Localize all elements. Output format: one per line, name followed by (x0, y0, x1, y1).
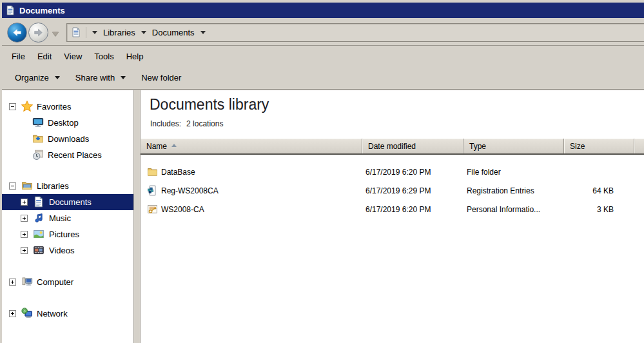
new-folder-button[interactable]: New folder (141, 73, 181, 83)
breadcrumb-dropdown-icon[interactable] (200, 31, 206, 34)
recent-pages-dropdown-icon[interactable] (52, 32, 59, 36)
sidebar-item-favorites[interactable]: Favorites (2, 99, 133, 115)
file-type: File folder (467, 168, 501, 177)
computer-icon (21, 276, 33, 288)
sidebar-item-label: Documents (49, 197, 92, 207)
menu-edit[interactable]: Edit (37, 52, 52, 61)
file-date: 6/17/2019 6:29 PM (366, 186, 431, 195)
menu-view[interactable]: View (64, 52, 82, 61)
sidebar-item-downloads[interactable]: Downloads (2, 131, 133, 147)
menu-help[interactable]: Help (126, 52, 144, 61)
libraries-icon (21, 180, 33, 191)
back-arrow-icon (12, 27, 23, 38)
pane-splitter[interactable] (133, 90, 141, 343)
breadcrumb-documents[interactable]: Documents (152, 28, 195, 37)
includes-label: Includes: (150, 119, 181, 128)
certificate-file-icon (147, 204, 158, 215)
menu-tools[interactable]: Tools (94, 52, 113, 61)
share-with-label: Share with (75, 73, 115, 83)
videos-icon (33, 244, 44, 256)
sidebar-item-label: Libraries (37, 181, 69, 191)
column-label: Size (570, 142, 585, 151)
navigation-bar: Libraries Documents (2, 20, 644, 46)
title-bar[interactable]: Documents (2, 3, 644, 18)
sidebar-item-label: Downloads (48, 134, 89, 144)
expand-icon[interactable] (21, 199, 28, 206)
column-header-name[interactable]: Name (141, 139, 362, 153)
organize-button[interactable]: Organize (15, 73, 60, 83)
back-button[interactable] (7, 23, 27, 43)
window-title: Documents (19, 6, 65, 15)
registry-file-icon (147, 185, 158, 196)
sort-ascending-icon (171, 144, 177, 147)
sidebar-item-label: Desktop (48, 118, 79, 128)
column-label: Type (469, 142, 486, 151)
desktop-icon (32, 117, 44, 128)
sidebar-item-label: Videos (49, 246, 75, 255)
file-date: 6/17/2019 6:20 PM (366, 205, 431, 214)
sidebar-item-documents[interactable]: Documents (2, 194, 133, 210)
file-name: DataBase (161, 168, 195, 177)
column-header-size[interactable]: Size (564, 139, 634, 153)
expand-icon[interactable] (9, 310, 16, 317)
breadcrumb-dropdown-icon[interactable] (92, 31, 97, 34)
library-title: Documents library (150, 96, 269, 113)
collapse-icon[interactable] (9, 182, 16, 190)
share-with-button[interactable]: Share with (75, 73, 126, 83)
sidebar-item-libraries[interactable]: Libraries (2, 178, 133, 194)
recent-places-icon (32, 149, 44, 161)
sidebar-item-label: Favorites (37, 102, 71, 112)
address-document-icon (71, 27, 86, 38)
expand-icon[interactable] (21, 247, 28, 254)
collapse-icon[interactable] (9, 103, 16, 110)
navigation-pane: Favorites Desktop Downloads Recent Place… (2, 90, 133, 343)
library-includes: Includes:2 locations (150, 119, 223, 128)
column-header-date-modified[interactable]: Date modified (362, 139, 463, 153)
chevron-down-icon (121, 76, 126, 79)
expand-icon[interactable] (21, 215, 28, 222)
sidebar-item-label: Computer (37, 277, 73, 287)
breadcrumb-dropdown-icon[interactable] (141, 31, 146, 34)
table-row[interactable]: DataBase 6/17/2019 6:20 PM File folder (141, 162, 644, 181)
pictures-icon (33, 228, 44, 240)
network-icon (21, 308, 33, 319)
sidebar-item-desktop[interactable]: Desktop (2, 115, 133, 131)
includes-value[interactable]: 2 locations (186, 119, 223, 128)
file-size: 3 KB (564, 205, 614, 214)
table-row[interactable]: Reg-WS2008CA 6/17/2019 6:29 PM Registrat… (141, 181, 644, 200)
sidebar-item-recent-places[interactable]: Recent Places (2, 147, 133, 163)
sidebar-item-label: Network (37, 309, 68, 318)
column-label: Date modified (368, 142, 416, 151)
command-toolbar: Organize Share with New folder (2, 66, 644, 90)
downloads-icon (32, 133, 44, 144)
sidebar-item-pictures[interactable]: Pictures (2, 226, 133, 242)
folder-icon (147, 166, 158, 177)
sidebar-item-computer[interactable]: Computer (2, 274, 133, 290)
column-header-row: Name Date modified Type Size (141, 139, 644, 155)
forward-button[interactable] (28, 23, 48, 43)
documents-icon (33, 196, 44, 208)
address-bar[interactable]: Libraries Documents (66, 23, 644, 42)
column-header-filler (634, 139, 644, 153)
column-header-type[interactable]: Type (463, 139, 564, 153)
new-folder-label: New folder (141, 73, 181, 83)
table-row[interactable]: WS2008-CA 6/17/2019 6:20 PM Personal Inf… (141, 200, 644, 219)
music-icon (33, 212, 44, 224)
file-name: WS2008-CA (161, 205, 204, 214)
sidebar-item-label: Music (49, 213, 71, 223)
menu-bar: File Edit View Tools Help (2, 46, 644, 66)
file-list-pane: Documents library Includes:2 locations N… (141, 90, 644, 343)
expand-icon[interactable] (21, 231, 28, 238)
file-size: 64 KB (564, 186, 614, 195)
window-icon (5, 5, 15, 15)
sidebar-item-label: Recent Places (48, 150, 102, 160)
breadcrumb-libraries[interactable]: Libraries (103, 28, 135, 37)
favorites-star-icon (21, 101, 33, 112)
menu-file[interactable]: File (12, 52, 25, 61)
sidebar-item-videos[interactable]: Videos (2, 242, 133, 259)
sidebar-item-network[interactable]: Network (2, 306, 133, 322)
file-type: Personal Informatio... (467, 205, 540, 214)
chevron-down-icon (55, 76, 60, 79)
sidebar-item-music[interactable]: Music (2, 210, 133, 226)
expand-icon[interactable] (9, 279, 16, 286)
